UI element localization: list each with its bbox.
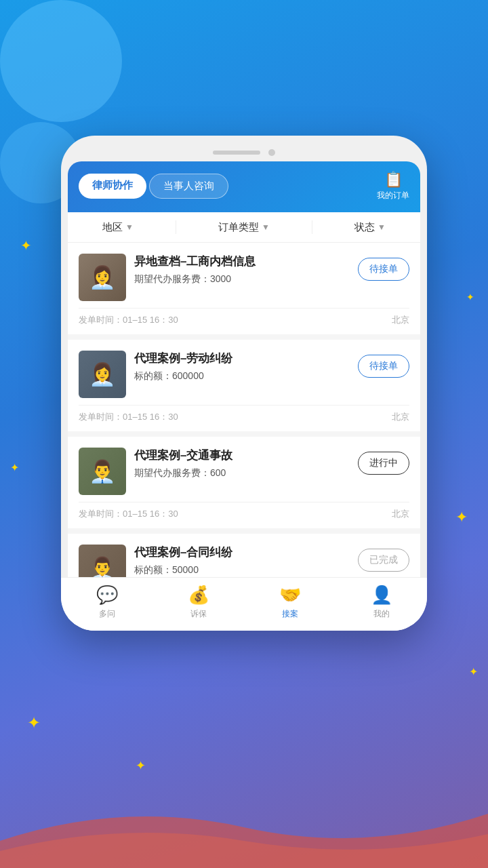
- filter-divider-1: [176, 220, 176, 234]
- avatar-1: 👩‍💼: [79, 254, 126, 301]
- case-action-1: 待接单: [358, 258, 409, 281]
- nav-label-mine: 我的: [373, 608, 390, 620]
- filter-region-arrow: ▼: [125, 222, 134, 232]
- nav-icon-ask: 💬: [96, 585, 118, 606]
- filter-type-arrow: ▼: [262, 222, 270, 232]
- case-info-3: 代理案例–交通事故 期望代办服务费：600: [134, 448, 350, 479]
- case-item-1[interactable]: 👩‍💼 异地查档–工商内档信息 期望代办服务费：3000 待接单 发单时间：01…: [68, 243, 420, 334]
- case-detail-4: 标的额：50000: [134, 564, 350, 576]
- filter-status[interactable]: 状态 ▼: [354, 221, 386, 234]
- status-btn-4[interactable]: 已完成: [358, 549, 409, 572]
- nav-item-claim[interactable]: 💰 诉保: [175, 585, 222, 620]
- case-title-4: 代理案例–合同纠纷: [134, 545, 350, 560]
- star-decoration-mr: ✦: [455, 509, 468, 526]
- nav-icon-claim: 💰: [188, 585, 209, 606]
- avatar-2: 👩‍💼: [79, 351, 126, 398]
- app-content: 律师协作 当事人咨询 📋 我的订单 地区 ▼ 订单类型 ▼: [68, 161, 420, 631]
- nav-label-ask: 多问: [99, 608, 115, 620]
- filter-status-arrow: ▼: [378, 222, 386, 232]
- case-location-2: 北京: [392, 411, 409, 423]
- nav-item-mine[interactable]: 👤 我的: [358, 585, 405, 620]
- case-main-3: 👨‍💼 代理案例–交通事故 期望代办服务费：600 进行中: [79, 448, 409, 495]
- case-main-1: 👩‍💼 异地查档–工商内档信息 期望代办服务费：3000 待接单: [79, 254, 409, 301]
- case-item-2[interactable]: 👩‍💼 代理案例–劳动纠纷 标的额：600000 待接单 发单时间：01–15 …: [68, 340, 420, 431]
- tab-group: 律师协作 当事人咨询: [79, 174, 228, 199]
- case-footer-1: 发单时间：01–15 16：30 北京: [79, 308, 409, 326]
- case-footer-3: 发单时间：01–15 16：30 北京: [79, 502, 409, 520]
- case-time-3: 发单时间：01–15 16：30: [79, 508, 178, 520]
- case-info-1: 异地查档–工商内档信息 期望代办服务费：3000: [134, 254, 350, 285]
- case-action-4: 已完成: [358, 549, 409, 572]
- filter-order-type[interactable]: 订单类型 ▼: [218, 221, 270, 234]
- phone-top-bar: [68, 149, 420, 156]
- tab-party-consultation[interactable]: 当事人咨询: [149, 174, 228, 199]
- my-orders-label: 我的订单: [377, 190, 409, 201]
- case-main-2: 👩‍💼 代理案例–劳动纠纷 标的额：600000 待接单: [79, 351, 409, 398]
- nav-icon-accept: 🤝: [279, 585, 301, 606]
- star-decoration-br: ✦: [469, 665, 478, 678]
- nav-label-accept: 接案: [282, 608, 298, 620]
- tab-lawyer-cooperation[interactable]: 律师协作: [79, 174, 146, 199]
- filter-region[interactable]: 地区 ▼: [102, 221, 134, 234]
- star-decoration-ml: ✦: [10, 461, 19, 474]
- avatar-3: 👨‍💼: [79, 448, 126, 495]
- case-detail-3: 期望代办服务费：600: [134, 467, 350, 479]
- case-time-1: 发单时间：01–15 16：30: [79, 314, 178, 326]
- case-detail-1: 期望代办服务费：3000: [134, 273, 350, 285]
- wave-decoration: [0, 787, 488, 868]
- status-btn-3[interactable]: 进行中: [358, 452, 409, 475]
- filter-bar: 地区 ▼ 订单类型 ▼ 状态 ▼: [68, 212, 420, 243]
- case-footer-2: 发单时间：01–15 16：30 北京: [79, 405, 409, 423]
- app-header: 律师协作 当事人咨询 📋 我的订单: [68, 161, 420, 212]
- case-title-3: 代理案例–交通事故: [134, 448, 350, 463]
- case-action-2: 待接单: [358, 355, 409, 378]
- filter-divider-2: [312, 220, 312, 234]
- case-location-1: 北京: [392, 314, 409, 326]
- my-orders-button[interactable]: 📋 我的订单: [377, 171, 409, 201]
- star-decoration-bbl: ✦: [136, 758, 146, 773]
- status-btn-2[interactable]: 待接单: [358, 355, 409, 378]
- case-info-2: 代理案例–劳动纠纷 标的额：600000: [134, 351, 350, 382]
- nav-icon-mine: 👤: [371, 585, 392, 606]
- case-info-4: 代理案例–合同纠纷 标的额：50000: [134, 545, 350, 576]
- phone-speaker: [213, 151, 260, 155]
- phone-camera: [268, 149, 275, 156]
- case-action-3: 进行中: [358, 452, 409, 475]
- bg-decoration-circle1: [0, 0, 122, 122]
- phone-mockup: 律师协作 当事人咨询 📋 我的订单 地区 ▼ 订单类型 ▼: [61, 136, 427, 631]
- case-title-1: 异地查档–工商内档信息: [134, 254, 350, 269]
- case-location-3: 北京: [392, 508, 409, 520]
- case-list: 👩‍💼 异地查档–工商内档信息 期望代办服务费：3000 待接单 发单时间：01…: [68, 243, 420, 625]
- nav-item-ask[interactable]: 💬 多问: [83, 585, 131, 620]
- case-time-2: 发单时间：01–15 16：30: [79, 411, 178, 423]
- case-detail-2: 标的额：600000: [134, 370, 350, 382]
- nav-label-claim: 诉保: [190, 608, 207, 620]
- status-btn-1[interactable]: 待接单: [358, 258, 409, 281]
- bottom-nav: 💬 多问 💰 诉保 🤝 接案 👤 我的: [68, 577, 420, 631]
- case-item-3[interactable]: 👨‍💼 代理案例–交通事故 期望代办服务费：600 进行中 发单时间：01–15…: [68, 437, 420, 528]
- order-icon: 📋: [384, 171, 403, 189]
- nav-item-accept[interactable]: 🤝 接案: [266, 585, 314, 620]
- star-decoration-bl: ✦: [27, 713, 41, 732]
- case-title-2: 代理案例–劳动纠纷: [134, 351, 350, 366]
